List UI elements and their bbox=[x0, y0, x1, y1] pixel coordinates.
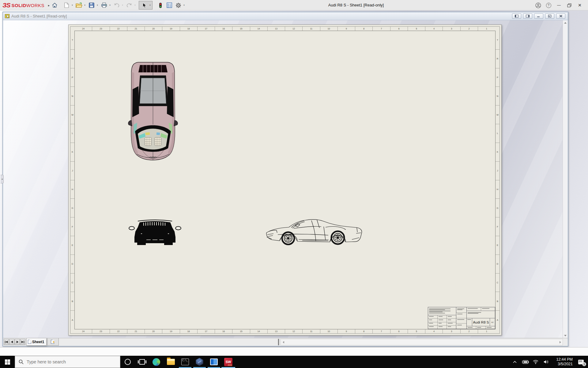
zone-label: 8 bbox=[355, 329, 373, 333]
restore-button[interactable] bbox=[564, 0, 575, 10]
drawing-view-side[interactable] bbox=[266, 217, 365, 247]
sheet-tab-bar: Sheet1 ★ bbox=[3, 338, 568, 346]
taskbar-icon-file-explorer[interactable] bbox=[164, 356, 178, 368]
title-block-tolerance-table bbox=[428, 315, 456, 329]
task-view-icon bbox=[139, 359, 145, 365]
start-button[interactable] bbox=[0, 356, 15, 368]
zone-label: 18 bbox=[180, 27, 198, 31]
zone-label: 16 bbox=[215, 329, 232, 333]
first-sheet-icon[interactable] bbox=[4, 339, 9, 345]
taskbar-icon-terminal[interactable]: C:\_ bbox=[178, 356, 192, 368]
taskbar-icon-task-view[interactable] bbox=[135, 356, 149, 368]
select-cursor-icon[interactable] bbox=[140, 1, 148, 9]
performance-traffic-light-icon[interactable] bbox=[156, 1, 164, 9]
zone-label: 11 bbox=[303, 27, 320, 31]
doc-maximize-button[interactable] bbox=[545, 13, 554, 19]
zone-label: 5 bbox=[408, 329, 425, 333]
volume-icon[interactable] bbox=[541, 356, 551, 368]
zone-label: T bbox=[496, 31, 499, 50]
save-dropdown-caret[interactable]: ▾ bbox=[96, 4, 99, 6]
zone-label: 21 bbox=[127, 329, 145, 333]
drawing-view-front[interactable] bbox=[129, 218, 181, 247]
taskbar-icon-solidworks[interactable]: SW2021 bbox=[221, 356, 236, 368]
document-title: Audi R8 S - Sheet1 [Read-only] bbox=[11, 14, 67, 18]
solidworks-logo-mark: ЗS bbox=[2, 2, 10, 9]
taskbar-icon-cortana[interactable] bbox=[120, 356, 135, 368]
last-sheet-icon[interactable] bbox=[20, 339, 25, 345]
wifi-icon[interactable] bbox=[530, 356, 541, 368]
drawing-view-top[interactable] bbox=[128, 60, 178, 161]
taskbar-icon-edge[interactable] bbox=[149, 356, 164, 368]
property-list-icon[interactable] bbox=[165, 1, 173, 9]
add-sheet-tab[interactable]: ★ bbox=[47, 338, 59, 346]
pane-splitter-handle[interactable] bbox=[278, 339, 279, 345]
settings-gear-icon[interactable] bbox=[174, 1, 182, 9]
zone-label: 6 bbox=[390, 329, 408, 333]
tray-chevron-up-icon[interactable] bbox=[510, 356, 520, 368]
zone-label: R bbox=[70, 50, 74, 68]
open-icon[interactable] bbox=[75, 1, 83, 9]
help-icon[interactable]: ? bbox=[543, 0, 554, 10]
account-icon[interactable] bbox=[533, 0, 543, 10]
app-titlebar: ЗS SOLIDWORKS ▸ ▾ ▾ ▾ ▾ ▾ ▾ ▾ bbox=[0, 0, 588, 10]
zone-label: 15 bbox=[232, 27, 250, 31]
vertical-scrollbar[interactable] bbox=[563, 20, 568, 338]
document-titlebar[interactable]: Audi R8 S - Sheet1 [Read-only] bbox=[3, 12, 568, 20]
minimize-button[interactable]: — bbox=[554, 0, 564, 10]
home-icon[interactable] bbox=[51, 1, 58, 9]
zone-label: 21 bbox=[127, 27, 145, 31]
scroll-down-icon[interactable] bbox=[563, 333, 568, 338]
settings-dropdown-caret[interactable]: ▾ bbox=[182, 4, 186, 6]
zone-label: G bbox=[496, 199, 499, 217]
undo-dropdown-caret[interactable]: ▾ bbox=[121, 4, 124, 6]
zone-label: 4 bbox=[425, 27, 443, 31]
new-dropdown-caret[interactable]: ▾ bbox=[70, 4, 74, 6]
clock-date: 3/5/2021 bbox=[551, 362, 573, 366]
taskbar-search[interactable] bbox=[15, 356, 120, 368]
zone-label: D bbox=[496, 255, 499, 274]
new-document-icon[interactable] bbox=[62, 1, 70, 9]
redo-dropdown-caret[interactable]: ▾ bbox=[133, 4, 137, 6]
scroll-up-icon[interactable] bbox=[563, 20, 568, 25]
open-dropdown-caret[interactable]: ▾ bbox=[83, 4, 87, 6]
horizontal-scrollbar[interactable] bbox=[281, 339, 563, 345]
clock[interactable]: 12:44 PM 3/5/2021 bbox=[551, 357, 574, 366]
select-dropdown-caret[interactable]: ▾ bbox=[148, 4, 152, 6]
save-icon[interactable] bbox=[88, 1, 96, 9]
next-sheet-icon[interactable] bbox=[15, 339, 20, 345]
select-tool-pressed[interactable]: ▾ bbox=[139, 1, 153, 10]
feature-panel-flyout-tab[interactable]: ◂ bbox=[1, 175, 4, 183]
undo-icon[interactable] bbox=[113, 1, 121, 9]
zone-label: 15 bbox=[232, 329, 250, 333]
action-center-button[interactable]: 3 bbox=[574, 356, 588, 368]
windows-logo-icon bbox=[5, 359, 10, 365]
print-dropdown-caret[interactable]: ▾ bbox=[108, 4, 112, 6]
pane-right-button[interactable] bbox=[523, 13, 532, 19]
title-block-size-cell bbox=[467, 318, 472, 326]
tab-sheet1[interactable]: Sheet1 bbox=[26, 338, 47, 346]
zone-label: 13 bbox=[268, 329, 285, 333]
zone-label: 23 bbox=[92, 329, 110, 333]
print-icon[interactable] bbox=[100, 1, 108, 9]
prev-sheet-icon[interactable] bbox=[9, 339, 14, 345]
doc-minimize-button[interactable] bbox=[534, 13, 543, 19]
pane-left-button[interactable] bbox=[512, 13, 521, 19]
title-block-rev-cell: A2 bbox=[490, 318, 495, 326]
drawing-sheet[interactable]: 242322212019181716151413121110987654321 … bbox=[68, 25, 502, 335]
scroll-left-icon[interactable] bbox=[281, 339, 286, 345]
zone-label: 22 bbox=[110, 329, 127, 333]
title-block-title: Audi R8 S bbox=[472, 318, 490, 326]
graphics-area[interactable]: 242322212019181716151413121110987654321 … bbox=[3, 20, 568, 338]
search-input[interactable] bbox=[27, 359, 103, 364]
scroll-right-icon[interactable] bbox=[558, 339, 563, 345]
close-button[interactable]: × bbox=[575, 0, 585, 10]
doc-close-button[interactable] bbox=[556, 13, 565, 19]
zone-ruler-bottom: 242322212019181716151413121110987654321 bbox=[75, 329, 495, 333]
taskbar-icon-3dexperience[interactable] bbox=[192, 356, 207, 368]
battery-icon[interactable] bbox=[520, 356, 530, 368]
taskbar-icon-app-window[interactable] bbox=[207, 356, 221, 368]
redo-icon[interactable] bbox=[125, 1, 133, 9]
zone-label: 6 bbox=[390, 27, 408, 31]
zone-label: 14 bbox=[250, 329, 268, 333]
solidworks-year-badge: 2021 bbox=[228, 364, 232, 366]
